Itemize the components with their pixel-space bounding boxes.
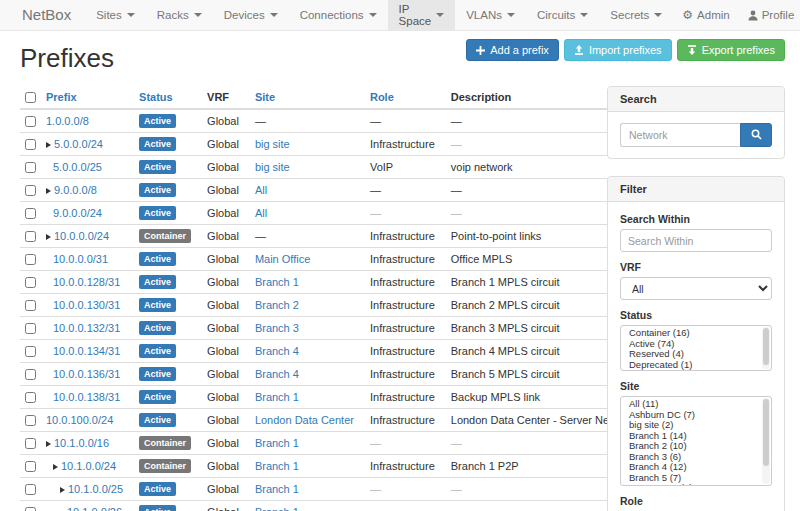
site-link[interactable]: big site bbox=[255, 138, 290, 150]
site-link[interactable]: London Data Center bbox=[255, 414, 354, 426]
row-checkbox[interactable] bbox=[25, 507, 36, 511]
prefix-link[interactable]: 10.1.0.0/24 bbox=[61, 460, 116, 472]
scrollbar-thumb[interactable] bbox=[763, 328, 769, 365]
site-link[interactable]: Branch 4 bbox=[255, 345, 299, 357]
nav-item-admin[interactable]: ⚙ Admin bbox=[673, 0, 738, 30]
nav-item-connections[interactable]: Connections bbox=[289, 0, 388, 30]
search-within-input[interactable] bbox=[620, 229, 772, 252]
vrf-select[interactable]: All bbox=[620, 277, 772, 300]
column-header-site[interactable]: Site bbox=[247, 86, 362, 109]
site-link[interactable]: Branch 3 bbox=[255, 322, 299, 334]
prefix-link[interactable]: 5.0.0.0/25 bbox=[53, 161, 102, 173]
row-checkbox[interactable] bbox=[25, 231, 36, 242]
prefix-link[interactable]: 10.0.0.136/31 bbox=[53, 368, 120, 380]
row-checkbox[interactable] bbox=[25, 461, 36, 472]
role-cell: Infrastructure bbox=[370, 253, 435, 265]
search-input[interactable] bbox=[620, 123, 740, 147]
column-header-prefix[interactable]: Prefix bbox=[38, 86, 131, 109]
export-prefixes-button[interactable]: Export prefixes bbox=[677, 39, 785, 61]
import-prefixes-button[interactable]: Import prefixes bbox=[564, 39, 672, 61]
row-checkbox[interactable] bbox=[25, 438, 36, 449]
site-link[interactable]: All bbox=[255, 207, 267, 219]
listbox-option[interactable]: Ashburn DC (7) bbox=[621, 410, 771, 421]
listbox-option[interactable]: Branch 5 (7) bbox=[621, 473, 771, 484]
sort-link[interactable]: Status bbox=[139, 91, 173, 103]
prefix-link[interactable]: 10.0.0.134/31 bbox=[53, 345, 120, 357]
nav-item-ip-space[interactable]: IP Space bbox=[388, 0, 456, 30]
nav-item-racks[interactable]: Racks bbox=[146, 0, 213, 30]
status-listbox[interactable]: Container (16)Active (74)Reserved (4)Dep… bbox=[620, 325, 772, 371]
prefix-link[interactable]: 10.0.0.128/31 bbox=[53, 276, 120, 288]
site-link[interactable]: Branch 1 bbox=[255, 276, 299, 288]
site-link[interactable]: Main Office bbox=[255, 253, 310, 265]
row-checkbox[interactable] bbox=[25, 369, 36, 380]
row-checkbox[interactable] bbox=[25, 185, 36, 196]
prefix-link[interactable]: 9.0.0.0/8 bbox=[54, 184, 97, 196]
row-checkbox[interactable] bbox=[25, 162, 36, 173]
prefix-link[interactable]: 10.0.0.132/31 bbox=[53, 322, 120, 334]
nav-item-devices[interactable]: Devices bbox=[213, 0, 289, 30]
add-prefix-button[interactable]: Add a prefix bbox=[466, 39, 559, 61]
listbox-option[interactable]: All (11) bbox=[621, 399, 771, 410]
listbox-option[interactable]: big site (2) bbox=[621, 420, 771, 431]
nav-item-sites[interactable]: Sites bbox=[85, 0, 146, 30]
site-link[interactable]: All bbox=[255, 184, 267, 196]
site-link[interactable]: Branch 1 bbox=[255, 460, 299, 472]
prefix-link[interactable]: 9.0.0.0/24 bbox=[53, 207, 102, 219]
row-checkbox[interactable] bbox=[25, 254, 36, 265]
site-link[interactable]: big site bbox=[255, 161, 290, 173]
listbox-option[interactable]: Active (74) bbox=[621, 339, 771, 350]
prefix-link[interactable]: 10.0.0.0/31 bbox=[53, 253, 108, 265]
nav-item-secrets[interactable]: Secrets bbox=[599, 0, 673, 30]
prefix-link[interactable]: 10.0.100.0/24 bbox=[46, 414, 113, 426]
sort-link[interactable]: Site bbox=[255, 91, 275, 103]
prefix-link[interactable]: 10.0.0.130/31 bbox=[53, 299, 120, 311]
row-checkbox[interactable] bbox=[25, 277, 36, 288]
scrollbar-thumb[interactable] bbox=[763, 399, 769, 466]
row-checkbox[interactable] bbox=[25, 116, 36, 127]
site-link[interactable]: Branch 4 bbox=[255, 368, 299, 380]
listbox-option[interactable]: Branch 2 (10) bbox=[621, 441, 771, 452]
listbox-option[interactable]: Branch 1 (14) bbox=[621, 431, 771, 442]
nav-item-profile[interactable]: Profile bbox=[739, 0, 800, 30]
search-button[interactable] bbox=[740, 123, 772, 147]
brand-logo[interactable]: NetBox bbox=[0, 0, 85, 30]
row-checkbox[interactable] bbox=[25, 415, 36, 426]
nav-item-circuits[interactable]: Circuits bbox=[526, 0, 599, 30]
prefix-link[interactable]: 10.0.0.138/31 bbox=[53, 391, 120, 403]
expand-arrow-icon bbox=[46, 188, 51, 194]
status-badge: Active bbox=[139, 413, 176, 427]
site-link[interactable]: Branch 1 bbox=[255, 391, 299, 403]
listbox-option[interactable]: Reserved (4) bbox=[621, 349, 771, 360]
listbox-option[interactable]: Branch 4 (12) bbox=[621, 462, 771, 473]
listbox-option[interactable]: Deprecated (1) bbox=[621, 360, 771, 371]
prefix-link[interactable]: 10.0.0.0/24 bbox=[54, 230, 109, 242]
table-row: 10.1.0.0/25ActiveGlobalBranch 1—— bbox=[20, 478, 643, 501]
site-link[interactable]: Branch 1 bbox=[255, 506, 299, 511]
listbox-option[interactable]: COLO-1-24 (3) bbox=[621, 483, 771, 486]
row-checkbox[interactable] bbox=[25, 346, 36, 357]
site-listbox[interactable]: All (11)Ashburn DC (7)big site (2)Branch… bbox=[620, 396, 772, 486]
prefix-link[interactable]: 10.1.0.0/26 bbox=[67, 506, 122, 511]
listbox-option[interactable]: Container (16) bbox=[621, 328, 771, 339]
select-all-checkbox[interactable] bbox=[25, 92, 36, 103]
row-checkbox[interactable] bbox=[25, 484, 36, 495]
sort-link[interactable]: Role bbox=[370, 91, 394, 103]
row-checkbox[interactable] bbox=[25, 139, 36, 150]
site-link[interactable]: Branch 1 bbox=[255, 437, 299, 449]
row-checkbox[interactable] bbox=[25, 300, 36, 311]
site-link[interactable]: Branch 2 bbox=[255, 299, 299, 311]
prefix-link[interactable]: 10.1.0.0/16 bbox=[54, 437, 109, 449]
nav-item-vlans[interactable]: VLANs bbox=[455, 0, 526, 30]
prefix-link[interactable]: 10.1.0.0/25 bbox=[68, 483, 123, 495]
column-header-role[interactable]: Role bbox=[362, 86, 443, 109]
prefix-link[interactable]: 1.0.0.0/8 bbox=[46, 115, 89, 127]
column-header-status[interactable]: Status bbox=[131, 86, 199, 109]
prefix-link[interactable]: 5.0.0.0/24 bbox=[54, 138, 103, 150]
sort-link[interactable]: Prefix bbox=[46, 91, 77, 103]
row-checkbox[interactable] bbox=[25, 208, 36, 219]
row-checkbox[interactable] bbox=[25, 392, 36, 403]
listbox-option[interactable]: Branch 3 (6) bbox=[621, 452, 771, 463]
site-link[interactable]: Branch 1 bbox=[255, 483, 299, 495]
row-checkbox[interactable] bbox=[25, 323, 36, 334]
